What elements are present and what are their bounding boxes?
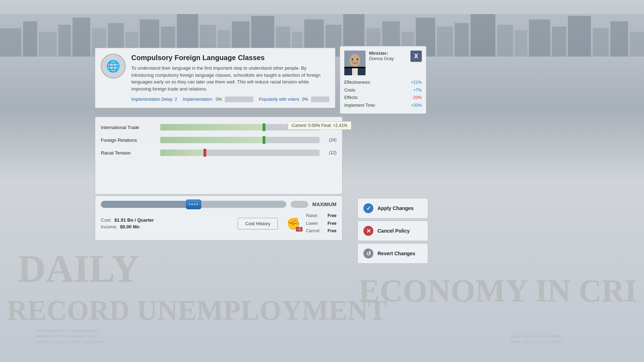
globe-speech-icon: 🌐 bbox=[106, 59, 120, 73]
effect-row-tension: Racial Tension (12) bbox=[101, 150, 337, 156]
minister-panel: Minister: Donna Gray X Effectiveness: +2… bbox=[340, 46, 426, 114]
effect-marker-relations bbox=[263, 136, 265, 144]
lower-label: Lower: bbox=[306, 220, 319, 228]
cancel-x-icon: ✕ bbox=[363, 226, 373, 236]
cancel-row: Cancel: Free bbox=[306, 227, 337, 235]
minister-label: Minister: bbox=[369, 51, 407, 56]
popularity-label: Popularity with voters bbox=[259, 97, 299, 102]
slider-row: MAXIMUM bbox=[101, 201, 337, 208]
minister-portrait-svg bbox=[344, 51, 366, 75]
svg-point-39 bbox=[357, 58, 358, 60]
policy-slider[interactable] bbox=[101, 201, 286, 208]
apply-changes-button[interactable]: ✓ Apply Changes bbox=[357, 198, 428, 218]
effect-label-tension: Racial Tension bbox=[101, 150, 157, 156]
popularity-progress-group: Popularity with voters 0% bbox=[259, 97, 329, 102]
close-button[interactable]: X bbox=[410, 51, 422, 62]
controls-panel: MAXIMUM Cost: $1.51 Bn / Quarter Income:… bbox=[95, 195, 343, 240]
implementation-delay: Implementation Delay: 2 bbox=[131, 97, 177, 102]
thumb-dot-3 bbox=[194, 204, 195, 205]
income-label: Income: bbox=[101, 224, 117, 229]
action-buttons: ✓ Apply Changes ✕ Cancel Policy ↺ Revert… bbox=[357, 198, 428, 264]
svg-point-38 bbox=[352, 58, 353, 60]
effect-marker-tension bbox=[203, 149, 206, 157]
minister-header: Minister: Donna Gray X bbox=[344, 51, 422, 75]
fist-badge: +5 bbox=[296, 227, 303, 232]
policy-icon-container: 🌐 bbox=[101, 54, 126, 78]
effect-marker-trade bbox=[263, 123, 265, 131]
cancel-policy-button[interactable]: ✕ Cancel Policy bbox=[357, 221, 428, 241]
lower-row: Lower: Free bbox=[306, 220, 337, 228]
svg-rect-28 bbox=[497, 25, 513, 57]
stat-implement-time: Implement Time: +20% bbox=[344, 102, 422, 110]
newspaper-record: RECORD UNEMPLOYMENT bbox=[7, 294, 387, 327]
policy-info: Compulsory Foreign Language Classes To u… bbox=[131, 54, 329, 102]
newspaper-daily: DAILY bbox=[18, 246, 139, 291]
policy-description: To understand their language is the firs… bbox=[131, 65, 329, 92]
svg-point-37 bbox=[350, 54, 360, 67]
thumb-dot-2 bbox=[191, 204, 193, 205]
effect-bar-relations bbox=[160, 137, 320, 143]
effect-label-relations: Foreign Relations bbox=[101, 138, 157, 143]
slider-thumb[interactable] bbox=[186, 199, 201, 209]
effects-panel: International Trade Current: 0.00% Final… bbox=[95, 117, 343, 194]
svg-rect-27 bbox=[471, 14, 495, 57]
lower-value: Free bbox=[328, 220, 337, 228]
svg-rect-29 bbox=[515, 30, 527, 57]
svg-rect-3 bbox=[39, 32, 57, 57]
effect-bar-tension bbox=[160, 150, 320, 156]
minister-stats: Effectiveness: +21% Costs +7% Effects: -… bbox=[344, 79, 422, 109]
slider-right-indicator bbox=[291, 201, 308, 208]
svg-rect-2 bbox=[23, 21, 37, 57]
implementation-row: Implementation Delay: 2 Implementation: … bbox=[131, 97, 329, 102]
minister-name: Donna Gray bbox=[369, 56, 407, 61]
svg-rect-25 bbox=[437, 27, 453, 57]
cost-row: Cost: $1.51 Bn / Quarter Income: $0.00 M… bbox=[101, 212, 337, 235]
income-item: Income: $0.00 Mn bbox=[101, 224, 154, 229]
apply-check-icon: ✓ bbox=[363, 203, 373, 213]
popularity-pct: 0% bbox=[302, 97, 308, 102]
cancel-cost-value: Free bbox=[328, 227, 337, 235]
policy-title: Compulsory Foreign Language Classes bbox=[131, 54, 329, 62]
svg-rect-43 bbox=[352, 68, 358, 75]
implementation-label: Implementation: bbox=[183, 97, 213, 102]
svg-rect-30 bbox=[529, 19, 550, 57]
svg-rect-1 bbox=[0, 28, 21, 57]
cancel-cost-label: Cancel: bbox=[306, 227, 321, 235]
cost-item: Cost: $1.51 Bn / Quarter bbox=[101, 217, 154, 223]
cost-value: $1.51 Bn / Quarter bbox=[114, 217, 154, 223]
effect-label-trade: International Trade bbox=[101, 125, 157, 130]
effect-row-relations: Foreign Relations (24) bbox=[101, 137, 337, 143]
effect-value-relations: (24) bbox=[322, 138, 337, 142]
cost-label: Cost: bbox=[101, 217, 111, 223]
fist-icon-area: ✊ +5 bbox=[286, 217, 300, 230]
svg-rect-26 bbox=[455, 23, 469, 57]
effect-value-tension: (12) bbox=[322, 150, 337, 155]
apply-changes-label: Apply Changes bbox=[378, 205, 414, 211]
minister-name-block: Minister: Donna Gray bbox=[369, 51, 407, 61]
maximum-label: MAXIMUM bbox=[312, 202, 337, 207]
thumb-dot-1 bbox=[189, 204, 190, 205]
effect-row-trade: International Trade Current: 0.00% Final… bbox=[101, 124, 337, 130]
effect-fill-trade bbox=[160, 124, 264, 130]
newspaper-economy: ECONOMY IN CRI bbox=[358, 273, 637, 309]
revert-changes-button[interactable]: ↺ Revert Changes bbox=[357, 243, 428, 264]
svg-rect-31 bbox=[552, 27, 566, 57]
cost-history-button[interactable]: Cost History bbox=[238, 218, 278, 229]
implementation-progress-group: Implementation: 0% bbox=[183, 97, 253, 102]
action-costs: Raise: Free Lower: Free Cancel: Free bbox=[306, 212, 337, 235]
svg-rect-5 bbox=[73, 18, 90, 57]
thumb-dot-4 bbox=[196, 204, 198, 205]
svg-rect-4 bbox=[58, 25, 71, 57]
popularity-bar bbox=[311, 97, 329, 102]
income-value: $0.00 Mn bbox=[120, 224, 139, 229]
slider-fill bbox=[101, 201, 194, 208]
cancel-policy-label: Cancel Policy bbox=[378, 228, 410, 234]
implementation-bar bbox=[225, 97, 253, 102]
newspaper-body-text: Lorem ipsum dolor sit amet, consectetur … bbox=[35, 328, 106, 344]
effect-bar-trade: Current: 0.00% Final: +2.41% bbox=[160, 124, 320, 130]
svg-rect-33 bbox=[593, 28, 609, 57]
raise-row: Raise: Free bbox=[306, 212, 337, 220]
svg-rect-34 bbox=[610, 21, 628, 57]
stat-costs: Costs +7% bbox=[344, 87, 422, 94]
stat-effects: Effects: -20% bbox=[344, 94, 422, 102]
